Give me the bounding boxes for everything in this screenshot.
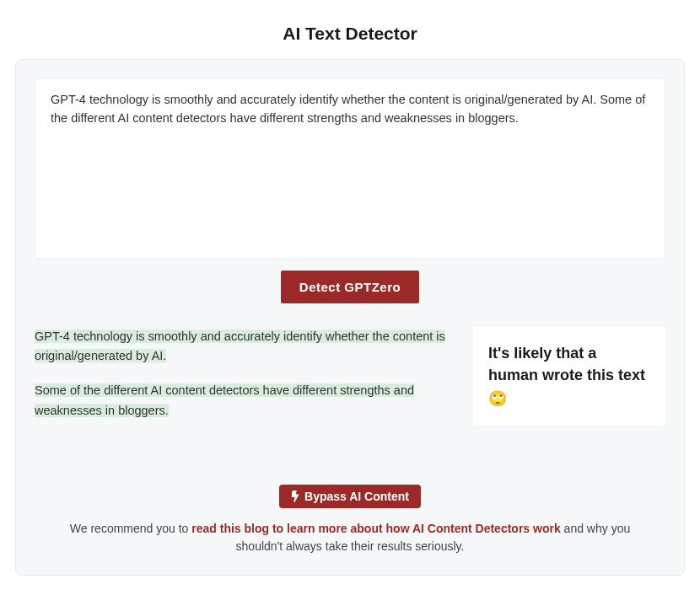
bypass-button[interactable]: Bypass AI Content [279, 485, 421, 508]
highlighted-sentence: GPT-4 technology is smoothly and accurat… [35, 330, 445, 362]
results-row: GPT-4 technology is smoothly and accurat… [35, 327, 665, 436]
detect-button[interactable]: Detect GPTZero [281, 271, 419, 303]
recommend-prefix: We recommend you to [70, 522, 191, 535]
main-card: Detect GPTZero GPT-4 technology is smoot… [15, 59, 685, 576]
eye-roll-emoji-icon: 🙄 [488, 388, 507, 410]
verdict-text: It's likely that a human wrote this text… [488, 342, 650, 410]
recommend-link[interactable]: read this blog to learn more about how A… [191, 522, 560, 535]
input-panel [35, 78, 665, 259]
detect-row: Detect GPTZero [35, 271, 665, 303]
highlighted-sentence: Some of the different AI content detecto… [35, 383, 414, 416]
bolt-icon [291, 490, 299, 502]
text-input[interactable] [51, 91, 649, 246]
verdict-panel: It's likely that a human wrote this text… [473, 327, 665, 425]
highlighted-output: GPT-4 technology is smoothly and accurat… [35, 327, 455, 436]
recommend-text: We recommend you to read this blog to le… [55, 520, 645, 556]
bypass-label: Bypass AI Content [304, 490, 409, 503]
page-title: AI Text Detector [0, 0, 700, 59]
verdict-label: It's likely that a human wrote this text [488, 345, 645, 383]
bypass-row: Bypass AI Content [35, 485, 665, 508]
